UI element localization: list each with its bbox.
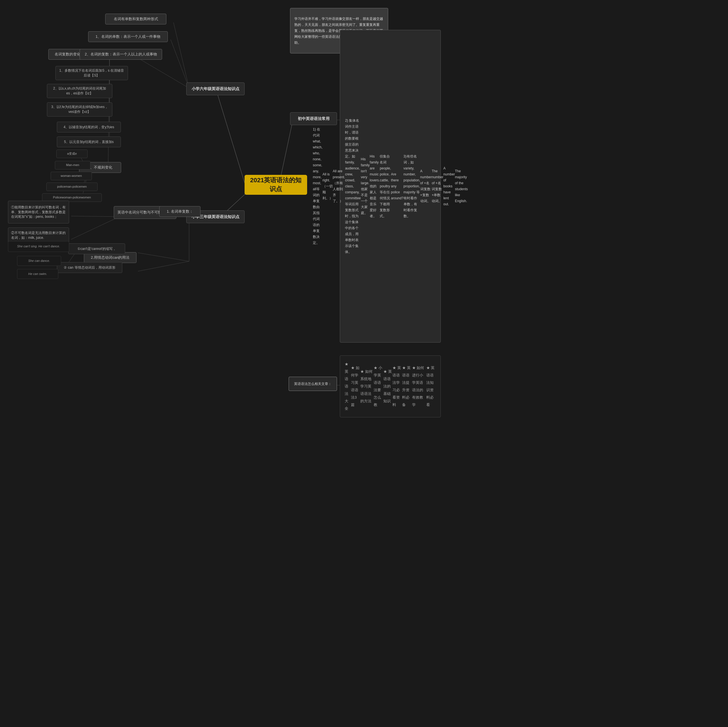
plural-rule3: 3、以f,fe为结尾的词去掉f或fe加ves，ves读作【vz】 [47, 102, 112, 116]
noun-single-plural: 1. 名词单复数： [159, 206, 200, 217]
svg-line-0 [217, 95, 248, 192]
count-note2: ②不可数名词是无法用数目来计算的名词，如：milk, juice. [8, 228, 69, 243]
plural-rule5: 5、以元音加y结尾的词，直接加s [57, 136, 121, 147]
plural-rule2: 2、以s,x,sh,ch为结尾的词在词尾加es，es读作【iz】 [47, 84, 112, 98]
article-8[interactable]: ★ 如何进行小学英语语法的有效教学 [412, 364, 426, 409]
article-2[interactable]: ★ 如何学习英语语法3篇 [351, 364, 360, 409]
plural-rule1: 1、多数情况下在名词后面加S，s 在清辅音后读【S】 [55, 66, 128, 80]
middle-note-ex1: All is right.（一切顺利。） [323, 171, 333, 201]
noun-singular: 1、名词的单数：表示一个人或一件事物 [88, 31, 168, 42]
svg-line-19 [71, 217, 119, 240]
svg-line-4 [171, 40, 189, 88]
noun-plural-def: 2、名词的复数：表示一个人以上的人或事物 [80, 49, 162, 60]
center-node: 2021英语语法的知识点 [245, 175, 307, 195]
middle-note-ex3: His family isn't very large.他家不是一个大家庭。 [361, 156, 370, 216]
example-she-dance: She can dance. [17, 256, 61, 266]
svg-line-3 [173, 23, 189, 88]
plural-rule4: 4、以辅音加y结尾的词，变y为ies [57, 122, 121, 133]
middle-note-ex9: A number of books have lent out. [444, 165, 455, 207]
count-note1: ①能用数目来计算的叫可数名词，有单、复数两种形式，复数形式多数是在词尾加"s"如… [8, 201, 69, 223]
related-articles-label: 英语语法怎么相关文章： [289, 377, 337, 391]
main-grade6[interactable]: 小学六年级英语语法知识点 [186, 82, 245, 95]
svg-line-22 [138, 261, 189, 271]
related-articles-list[interactable]: ★ 英语语法大全 ★ 如何学习英语语法3篇 ★ 如何系统地学习英语语法的方法 ★… [340, 355, 441, 417]
article-6[interactable]: ★ 英语语法学习必看资料 [392, 364, 402, 409]
middle-note-ex2: All are present.（所有人都到齐了。） [333, 168, 345, 204]
middle-note-section2-header: 2) 集体名词作主语时，谓语的数要根据主语的意思来决定。如family, aud… [345, 118, 361, 255]
noun-forms: 名词有单数和复数两种形式 [105, 14, 166, 24]
article-5[interactable]: ★ 英语语法的基础知识 [383, 367, 392, 406]
middle-note-ex10: The majority of the students like Englis… [455, 168, 468, 204]
cant-note: ①can't是'cannot'的缩写， [68, 243, 125, 254]
svg-line-21 [138, 253, 189, 261]
article-3[interactable]: ★ 如何系统地学习英语语法的方法 [360, 367, 374, 406]
middle-notes-panel: 1) 在代词what, which, who, none, some, any,… [340, 30, 441, 343]
irr-woman-women: woman-women [50, 172, 92, 180]
main-middle[interactable]: 初中英语语法常用 [290, 112, 337, 125]
middle-note-ex6: Are there any police around? [391, 171, 404, 201]
example-he-swim: He can swim. [17, 269, 58, 279]
article-9[interactable]: ★ 英语语法知识资料必看 [426, 364, 436, 409]
middle-label: 初中英语语法常用 [298, 116, 330, 122]
svg-line-5 [138, 58, 189, 88]
svg-line-18 [71, 216, 119, 217]
middle-note-section1-header: 1) 在代词what, which, who, none, some, any,… [313, 127, 323, 246]
middle-note-ex4: His family are music lovers.他的家人都是音乐爱好者。 [370, 154, 380, 219]
article-7[interactable]: ★ 英语语法提升资料必备 [402, 364, 412, 409]
middle-note-section3-header: 3)有些名词，如variety, number, population, pro… [404, 154, 420, 219]
grade6-label: 小学六年级英语语法知识点 [192, 86, 239, 92]
middle-note-ex7: A number of +名词复数+复数动词。 [420, 168, 432, 204]
middle-note-ex5: 但集合名词people, police, cattle, poultry等在任何… [380, 154, 391, 219]
article-4[interactable]: ★ 小学英语语法要怎么教 [374, 364, 383, 409]
example-cant: She can't sing. He can't dance. [8, 241, 69, 252]
article-1[interactable]: ★ 英语语法大全 [345, 360, 351, 413]
irr-a-e: a变成e [56, 150, 87, 158]
irr-policeman: policeman-policemen [46, 183, 98, 191]
middle-note-ex8: The number of +名词复数+单数动词。 [432, 168, 444, 204]
can-note2: ② can 等情态动词后，用动词原形 [57, 262, 122, 273]
irr-man-men: Man-men [55, 161, 90, 170]
